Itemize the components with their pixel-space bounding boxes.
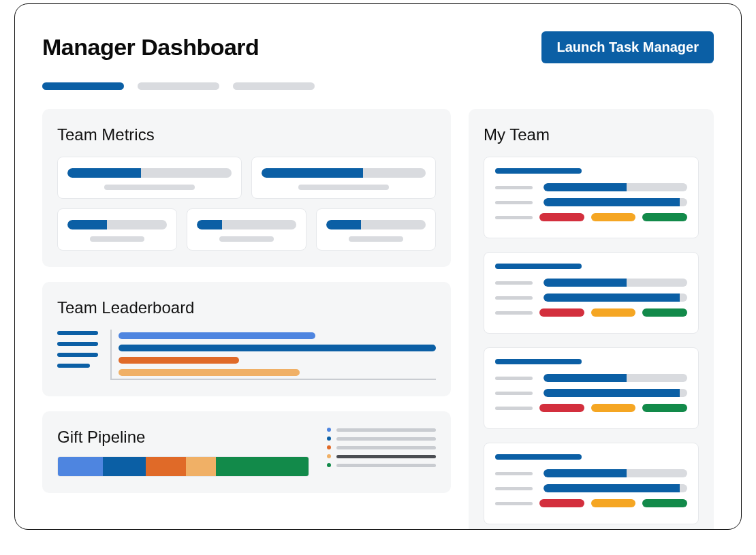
team-metric-row xyxy=(495,279,687,287)
pipeline-segment xyxy=(216,457,309,476)
team-badge-row xyxy=(495,308,687,317)
team-metric-row xyxy=(495,294,687,302)
status-badge xyxy=(591,499,636,507)
metric-sub-label xyxy=(104,185,195,190)
leaderboard-bar xyxy=(119,345,436,351)
leaderboard-bar xyxy=(119,332,315,339)
team-member-name xyxy=(495,168,582,174)
leaderboard-legend-line xyxy=(57,331,98,335)
legend-dot-icon xyxy=(327,445,331,449)
team-badge-label xyxy=(495,407,533,410)
leaderboard-bar xyxy=(119,369,300,376)
team-metrics-title: Team Metrics xyxy=(57,125,436,144)
team-leaderboard-title: Team Leaderboard xyxy=(57,298,436,317)
pipeline-chart xyxy=(57,456,309,477)
header: Manager Dashboard Launch Task Manager xyxy=(42,31,714,63)
team-member-name xyxy=(495,454,582,460)
status-badge xyxy=(539,499,584,507)
metric-sub-label xyxy=(349,236,403,242)
content: Team Metrics Team Leaderboard Gift Pipel… xyxy=(42,109,714,530)
team-member-card[interactable] xyxy=(484,157,699,238)
my-team-panel: My Team xyxy=(469,109,714,530)
team-badge-row xyxy=(495,499,687,507)
progress-bar xyxy=(544,183,687,191)
leaderboard-legend-line xyxy=(57,353,98,357)
tab-2[interactable] xyxy=(138,82,219,90)
legend-dot-icon xyxy=(327,437,331,441)
team-metric-label xyxy=(495,472,533,475)
legend-label xyxy=(336,428,436,432)
team-member-name xyxy=(495,264,582,269)
team-badge-label xyxy=(495,502,533,505)
progress-bar xyxy=(544,484,687,492)
leaderboard-legend-line xyxy=(57,364,90,368)
pipeline-legend xyxy=(327,428,436,467)
tab-1[interactable] xyxy=(42,82,124,90)
status-badge xyxy=(642,213,687,221)
team-member-card[interactable] xyxy=(484,252,699,334)
team-metric-label xyxy=(495,296,533,300)
pipeline-segment xyxy=(186,457,216,476)
metric-card[interactable] xyxy=(316,208,436,251)
leaderboard-legend xyxy=(57,330,98,380)
leaderboard-bar xyxy=(119,357,239,364)
team-leaderboard-panel: Team Leaderboard xyxy=(42,282,451,396)
pipeline-segment xyxy=(146,457,186,476)
legend-dot-icon xyxy=(327,428,331,432)
progress-bar xyxy=(544,389,687,397)
status-badge xyxy=(642,404,687,412)
progress-bar xyxy=(197,220,296,229)
tab-3[interactable] xyxy=(233,82,315,90)
progress-bar xyxy=(544,294,687,302)
page-title: Manager Dashboard xyxy=(42,34,259,61)
leaderboard-body xyxy=(57,330,436,380)
legend-dot-icon xyxy=(327,463,331,467)
metric-sub-label xyxy=(298,185,389,190)
metric-card[interactable] xyxy=(57,208,177,251)
my-team-list xyxy=(484,157,699,524)
team-metric-label xyxy=(495,201,533,204)
metric-card[interactable] xyxy=(187,208,306,251)
metric-sub-label xyxy=(219,236,274,242)
progress-bar xyxy=(67,168,232,178)
status-badge xyxy=(591,404,636,412)
pipeline-segment xyxy=(58,457,103,476)
team-member-name xyxy=(495,359,582,364)
launch-task-manager-button[interactable]: Launch Task Manager xyxy=(541,31,714,63)
progress-bar xyxy=(544,279,687,287)
pipeline-segment xyxy=(103,457,146,476)
progress-bar xyxy=(544,374,687,382)
status-badge xyxy=(591,308,636,317)
team-member-card[interactable] xyxy=(484,347,699,429)
tab-bar xyxy=(42,82,714,90)
pipeline-body: Gift Pipeline xyxy=(57,428,436,477)
team-metric-row xyxy=(495,469,687,477)
pipeline-legend-row xyxy=(327,463,436,467)
team-badge-label xyxy=(495,311,533,315)
team-badge-row xyxy=(495,404,687,412)
metrics-row-top xyxy=(57,157,436,199)
legend-label xyxy=(336,446,436,449)
left-column: Team Metrics Team Leaderboard Gift Pipel… xyxy=(42,109,451,530)
team-metric-row xyxy=(495,183,687,191)
metric-card[interactable] xyxy=(251,157,436,199)
status-badge xyxy=(591,213,636,221)
leaderboard-chart xyxy=(110,330,436,380)
leaderboard-legend-line xyxy=(57,342,98,346)
metric-card[interactable] xyxy=(57,157,242,199)
status-badge xyxy=(642,308,687,317)
pipeline-legend-row xyxy=(327,445,436,449)
my-team-title: My Team xyxy=(484,125,699,144)
progress-bar xyxy=(544,198,687,206)
progress-bar xyxy=(67,220,167,229)
progress-bar xyxy=(326,220,426,229)
progress-bar xyxy=(262,168,426,178)
team-member-card[interactable] xyxy=(484,443,699,524)
team-metrics-panel: Team Metrics xyxy=(42,109,451,267)
status-badge xyxy=(539,213,584,221)
status-badge xyxy=(539,404,584,412)
gift-pipeline-panel: Gift Pipeline xyxy=(42,411,451,493)
status-badge xyxy=(642,499,687,507)
status-badge xyxy=(539,308,584,317)
metric-sub-label xyxy=(90,236,144,242)
